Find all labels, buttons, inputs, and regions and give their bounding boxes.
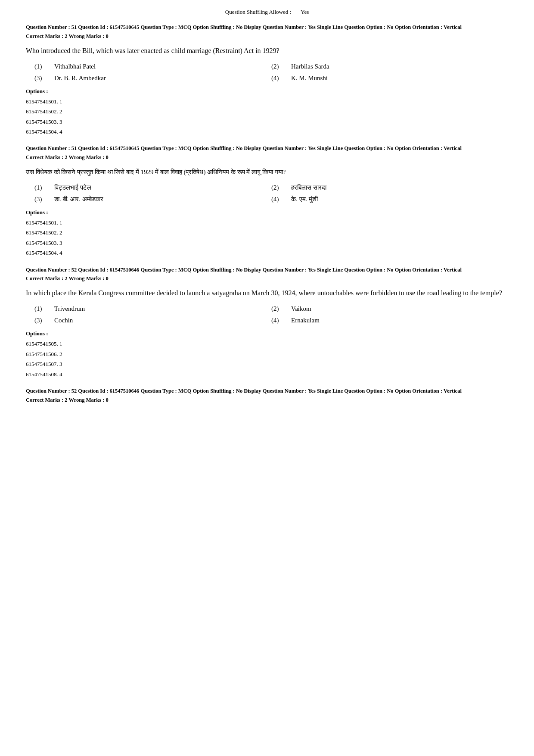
option-text: हरबिलास सारदा — [291, 184, 326, 191]
option-id: 61547541505. 1 — [26, 339, 508, 349]
q51-en-option-ids: 61547541501. 1 61547541502. 2 6154754150… — [26, 97, 508, 137]
shuffling-value: Yes — [301, 9, 309, 15]
option-id: 61547541508. 4 — [26, 369, 508, 379]
option-item: (4) के. एम. मुंशी — [271, 196, 508, 203]
option-text: विट्ठलभाई पटेल — [54, 184, 91, 191]
q51-hi-options: (1) विट्ठलभाई पटेल (2) हरबिलास सारदा (3)… — [34, 184, 508, 203]
option-num: (1) — [34, 305, 47, 312]
option-text: Trivendrum — [54, 305, 85, 312]
option-num: (1) — [34, 63, 47, 70]
q51-en-text: Who introduced the Bill, which was later… — [26, 46, 508, 56]
q51-hi-text: उस विधेयक को किसने प्रस्तुत किया था जिसे… — [26, 167, 508, 177]
q51-en-marks: Correct Marks : 2 Wrong Marks : 0 — [26, 33, 508, 40]
option-item: (4) K. M. Munshi — [271, 75, 508, 82]
option-text: डा. बी. आर. अम्बेडकर — [54, 196, 103, 203]
option-id: 61547541507. 3 — [26, 359, 508, 369]
question-51-en: Question Number : 51 Question Id : 61547… — [26, 23, 508, 137]
q51-en-options: (1) Vithalbhai Patel (2) Harbilas Sarda … — [34, 63, 508, 82]
q52-en-options-label: Options : — [26, 330, 508, 337]
option-num: (4) — [271, 75, 284, 82]
option-text: के. एम. मुंशी — [291, 196, 318, 203]
option-num: (2) — [271, 63, 284, 70]
q52-en-options: (1) Trivendrum (2) Vaikom (3) Cochin (4)… — [34, 305, 508, 324]
option-num: (2) — [271, 305, 284, 312]
option-item: (1) Vithalbhai Patel — [34, 63, 271, 70]
option-text: Harbilas Sarda — [291, 63, 329, 70]
option-id: 61547541506. 2 — [26, 349, 508, 359]
option-num: (4) — [271, 196, 284, 203]
option-text: Dr. B. R. Ambedkar — [54, 75, 106, 82]
option-item: (2) Harbilas Sarda — [271, 63, 508, 70]
option-text: Vithalbhai Patel — [54, 63, 96, 70]
option-text: Cochin — [54, 317, 73, 324]
option-text: Vaikom — [291, 305, 311, 312]
option-num: (4) — [271, 317, 284, 324]
option-item: (2) हरबिलास सारदा — [271, 184, 508, 191]
q51-en-meta: Question Number : 51 Question Id : 61547… — [26, 23, 508, 31]
option-num: (3) — [34, 196, 47, 203]
q52-en-meta: Question Number : 52 Question Id : 61547… — [26, 266, 508, 274]
q51-en-options-label: Options : — [26, 88, 508, 95]
option-num: (3) — [34, 317, 47, 324]
q52-en-option-ids: 61547541505. 1 61547541506. 2 6154754150… — [26, 339, 508, 379]
option-item: (3) Cochin — [34, 317, 271, 324]
option-item: (1) Trivendrum — [34, 305, 271, 312]
option-item: (1) विट्ठलभाई पटेल — [34, 184, 271, 191]
shuffling-header: Question Shuffling Allowed : Yes — [26, 9, 508, 16]
question-51-hi: Question Number : 51 Question Id : 61547… — [26, 144, 508, 258]
shuffling-label: Question Shuffling Allowed : — [225, 9, 291, 15]
option-item: (2) Vaikom — [271, 305, 508, 312]
option-id: 61547541502. 2 — [26, 228, 508, 237]
option-num: (3) — [34, 75, 47, 82]
option-item: (4) Ernakulam — [271, 317, 508, 324]
option-id: 61547541501. 1 — [26, 218, 508, 228]
q51-hi-marks: Correct Marks : 2 Wrong Marks : 0 — [26, 154, 508, 161]
q51-hi-options-label: Options : — [26, 209, 508, 216]
q52-hi-marks: Correct Marks : 2 Wrong Marks : 0 — [26, 397, 508, 403]
option-id: 61547541504. 4 — [26, 127, 508, 137]
option-num: (2) — [271, 184, 284, 191]
option-id: 61547541502. 2 — [26, 106, 508, 116]
question-52-hi-meta-block: Question Number : 52 Question Id : 61547… — [26, 387, 508, 403]
option-text: Ernakulam — [291, 317, 320, 324]
q52-hi-meta: Question Number : 52 Question Id : 61547… — [26, 387, 508, 395]
option-item: (3) डा. बी. आर. अम्बेडकर — [34, 196, 271, 203]
option-num: (1) — [34, 184, 47, 191]
option-id: 61547541503. 3 — [26, 117, 508, 127]
option-id: 61547541503. 3 — [26, 238, 508, 248]
q51-hi-option-ids: 61547541501. 1 61547541502. 2 6154754150… — [26, 218, 508, 258]
option-id: 61547541504. 4 — [26, 248, 508, 258]
option-text: K. M. Munshi — [291, 75, 328, 82]
option-id: 61547541501. 1 — [26, 97, 508, 106]
option-item: (3) Dr. B. R. Ambedkar — [34, 75, 271, 82]
q51-hi-meta: Question Number : 51 Question Id : 61547… — [26, 144, 508, 153]
q52-en-text: In which place the Kerala Congress commi… — [26, 288, 508, 298]
question-52-en: Question Number : 52 Question Id : 61547… — [26, 266, 508, 379]
q52-en-marks: Correct Marks : 2 Wrong Marks : 0 — [26, 275, 508, 282]
